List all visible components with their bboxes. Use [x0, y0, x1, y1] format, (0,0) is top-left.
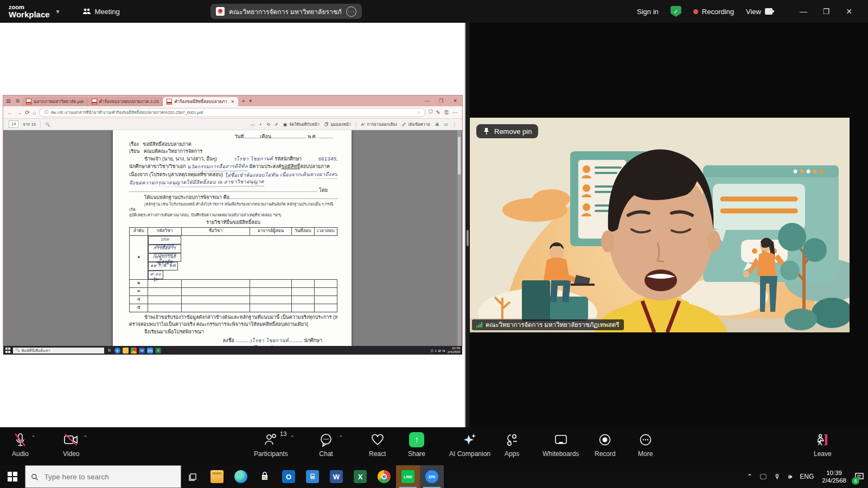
back-icon[interactable]: ← — [8, 110, 13, 115]
outlook-icon[interactable]: O — [277, 465, 301, 488]
pdf-zoom-in-icon[interactable]: + — [259, 122, 261, 127]
excel-icon[interactable]: X — [348, 465, 372, 488]
shared-start-button[interactable] — [5, 348, 11, 353]
new-tab-button[interactable]: + — [238, 98, 248, 104]
browser-restore-button[interactable]: ❐ — [434, 98, 448, 104]
action-center-button[interactable]: 6 — [851, 465, 868, 488]
vertical-tabs-icon[interactable]: ⧉ — [14, 98, 22, 104]
pdf-draw-icon[interactable]: ✐ — [275, 122, 278, 127]
apps-button[interactable]: Apps — [505, 432, 519, 458]
start-button[interactable] — [0, 465, 25, 488]
tab-close-icon[interactable]: ✕ — [231, 99, 235, 104]
chat-button[interactable]: ⌃ Chat — [319, 432, 333, 458]
divider-handle[interactable] — [467, 230, 469, 246]
meeting-title-pill[interactable]: คณะวิทยาการจัดการ มหาวิทยาลัยราชภั ··· — [210, 4, 362, 19]
browser-close-button[interactable]: ✕ — [448, 98, 462, 104]
pageview-label: มุมมองหน้า — [330, 121, 350, 127]
browser-tab-1[interactable]: ฉลากภาพมหาวิทยาลัย.pdf — [22, 97, 88, 106]
tab-list-chevron-icon[interactable]: ▼ — [248, 99, 253, 104]
react-button[interactable]: React — [369, 432, 386, 458]
pdf-fit-button[interactable]: ▣ จัดให้พอดีกับหน้า — [283, 121, 320, 127]
record-button[interactable]: Record — [595, 432, 616, 458]
tab-actions-icon[interactable]: ▤ — [3, 98, 14, 104]
share-page-icon[interactable]: 🖻 — [444, 110, 449, 115]
workspace-chevron-down-icon[interactable]: ▼ — [55, 9, 61, 15]
word-icon[interactable]: W — [324, 465, 348, 488]
recording-indicator[interactable]: Recording — [693, 8, 734, 16]
video-button[interactable]: ⌃ Video — [63, 432, 79, 458]
tray-microphone-icon[interactable]: 🎙 — [770, 465, 784, 488]
pinned-participant-video[interactable]: Remove pin คณะวิทยาการจัดการ มหาวิทยาลัย… — [470, 118, 850, 332]
pdf-save-icon[interactable]: ▭ — [444, 122, 448, 127]
audio-button[interactable]: ⌃ Audio — [12, 432, 29, 458]
security-shield-icon[interactable]: ✓ — [671, 6, 681, 17]
doc-subject: ขอมีสิทธิ์สอบปลายภาค — [143, 142, 192, 147]
line-app-icon[interactable]: LINE — [396, 465, 420, 488]
pdf-viewport[interactable]: วันที่............เดือน.................… — [3, 130, 462, 347]
browser-menu-ellipsis-icon[interactable]: ⋯ — [452, 110, 458, 115]
browser-tab-2[interactable]: คำร้องขอลาสอบปลายภาค 2-25 — [88, 97, 163, 106]
share-button[interactable]: ↑ Share — [408, 432, 425, 458]
shared-taskview-icon[interactable]: ⧉ — [106, 348, 112, 354]
home-icon[interactable]: ⌂ — [33, 110, 36, 115]
whiteboards-button[interactable]: Whiteboards — [542, 432, 579, 458]
task-view-button[interactable] — [181, 465, 205, 488]
window-restore-button[interactable]: ❐ — [815, 0, 838, 23]
shared-edge-icon[interactable]: e — [114, 348, 120, 354]
pdf-readaloud-button[interactable]: A⁾ การอ่านออกเสียง — [361, 121, 397, 127]
language-indicator[interactable]: ENG — [796, 465, 818, 488]
tray-chevron-up-icon[interactable]: ⌃ — [743, 465, 756, 488]
pdf-more-icon[interactable]: ⋮ — [453, 122, 457, 127]
pdf-search-icon[interactable]: 🔍 — [45, 122, 50, 127]
file-explorer-icon[interactable] — [205, 465, 229, 488]
audio-options-chevron-icon[interactable]: ⌃ — [31, 435, 36, 440]
meeting-info-ellipsis-icon[interactable]: ··· — [346, 7, 356, 17]
edge-icon[interactable] — [229, 465, 253, 488]
zoom-app-icon[interactable]: zm — [420, 465, 444, 488]
browser-minimize-button[interactable]: — — [420, 98, 434, 104]
pdf-zoom-out-icon[interactable]: — — [251, 122, 255, 127]
tray-volume-icon[interactable]: 🕪 — [784, 465, 796, 488]
collections-pen-icon[interactable]: ✎ — [436, 110, 441, 115]
tab-meeting[interactable]: Meeting — [82, 8, 120, 16]
teams-app-icon[interactable]: ⌸ — [301, 465, 324, 488]
page-info-icon[interactable]: ⓘ — [44, 110, 48, 115]
video-options-chevron-icon[interactable]: ⌃ — [84, 435, 88, 440]
ai-companion-button[interactable]: AI Companion — [449, 432, 490, 458]
taskbar-search-box[interactable] — [25, 465, 181, 488]
favorite-star-icon[interactable]: ☆ — [417, 110, 420, 115]
window-close-button[interactable]: ✕ — [838, 0, 860, 23]
search-input[interactable] — [43, 472, 176, 481]
shared-file-explorer-icon[interactable] — [123, 348, 129, 354]
participants-chevron-icon[interactable]: ⌃ — [290, 435, 295, 440]
pdf-print-icon[interactable]: 🖶 — [435, 122, 439, 127]
shared-word-icon[interactable]: W — [139, 348, 145, 354]
browser-tab-3-active[interactable]: คำร้องขอมีสิทธิ์สอบปลายภา ✕ — [163, 97, 238, 106]
shared-chrome-icon[interactable] — [131, 348, 137, 354]
refresh-icon[interactable]: ⟳ — [25, 110, 29, 115]
shared-excel-icon[interactable]: X — [155, 348, 161, 354]
leave-button[interactable]: Leave — [814, 432, 832, 458]
tray-display-icon[interactable]: 🖵 — [756, 465, 770, 488]
forward-icon[interactable]: → — [16, 110, 22, 115]
pdf-pageview-button[interactable]: 🗍 มุมมองหน้า — [324, 121, 351, 127]
shared-zoom-icon[interactable]: zm — [147, 348, 153, 354]
more-button[interactable]: More — [638, 432, 653, 458]
sign-in-link[interactable]: Sign in — [637, 8, 659, 16]
address-bar[interactable]: ⓘ file:///E:/งานเอกสารที่นำมาทำงาน/คำร้อ… — [39, 108, 425, 117]
chat-chevron-icon[interactable]: ⌃ — [339, 435, 343, 440]
pdf-rotate-icon[interactable]: ⟲ — [266, 122, 270, 127]
pdf-addtext-button[interactable]: 🖉 เพิ่มข้อความ — [402, 121, 430, 127]
shared-search-box[interactable]: 🔍 พิมพ์ที่นี่เพื่อค้นหา — [13, 348, 104, 354]
taskbar-clock[interactable]: 10:39 2/4/2568 — [818, 469, 851, 485]
pdf-scrollbar[interactable] — [457, 130, 461, 347]
remove-pin-button[interactable]: Remove pin — [476, 124, 538, 138]
pdf-page-input[interactable]: 14 — [9, 120, 18, 128]
participants-button[interactable]: 13 ⌃ Participants — [254, 432, 288, 458]
microsoft-store-icon[interactable] — [253, 465, 277, 488]
chrome-icon[interactable] — [372, 465, 396, 488]
favorites-bar-icon[interactable]: ⛉ — [429, 109, 433, 115]
shared-system-tray[interactable]: 🛈 ∧ 🖳 🕪 10:392/4/2568 — [430, 346, 460, 354]
view-button[interactable]: View — [746, 8, 773, 16]
window-minimize-button[interactable]: — — [792, 0, 815, 23]
